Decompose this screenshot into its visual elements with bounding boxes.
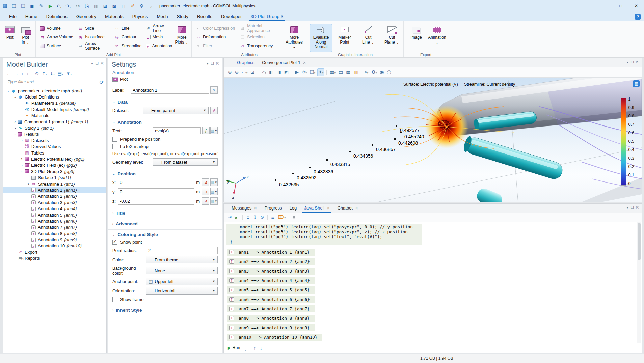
tree-item[interactable]: Reports — [3, 255, 106, 261]
customize-toolbar[interactable]: ⌄ — [146, 2, 155, 10]
panel-menu-icon[interactable]: ▾ — [91, 62, 93, 65]
z-input[interactable] — [118, 198, 194, 205]
move-up[interactable]: ↑ — [21, 71, 24, 77]
tree-item[interactable]: Annotation 2 {ann2} — [3, 193, 106, 199]
view-yz-icon[interactable]: ◨ — [276, 69, 281, 75]
transparency-icon[interactable]: ✦▾ — [318, 69, 323, 75]
section-inherit-style[interactable]: ›Inherit Style — [108, 308, 222, 313]
section-data[interactable]: ⌄Data — [108, 100, 222, 105]
tree-item[interactable]: 3D Plot Group 3 {pg3} — [3, 168, 106, 174]
play-animation-icon[interactable]: ▶ — [295, 69, 299, 75]
graphics-canvas[interactable]: Surface: Electric potential (V)Streamlin… — [224, 78, 642, 202]
parameter-button[interactable]: ▥▼ — [210, 178, 218, 186]
insert-expression-button[interactable]: ƒ — [202, 127, 210, 134]
more-attributes-button[interactable]: MoreAttributes ⌄ — [284, 24, 304, 52]
parameter-button[interactable]: ▥▼ — [210, 188, 218, 195]
latex-markup-checkbox-row[interactable]: LaTeX markup — [112, 144, 218, 149]
shell-output-entry[interactable]: ann9 ==> Annotation 9 {ann9} — [227, 324, 315, 331]
separator[interactable] — [289, 215, 289, 220]
close-tab-icon[interactable]: ✕ — [254, 206, 257, 210]
expander-icon[interactable] — [12, 119, 18, 124]
separator[interactable] — [326, 70, 327, 75]
duplicate[interactable]: ⊞ — [101, 2, 109, 10]
stop-icon[interactable]: ■ — [293, 215, 295, 220]
ribbon-tab[interactable]: Developer — [217, 12, 246, 21]
close-tab-icon[interactable]: ✕ — [303, 61, 306, 65]
ribbon-tab[interactable]: Study — [172, 12, 193, 21]
shell-output-entry[interactable]: ann5 ==> Annotation 5 {ann5} — [227, 286, 315, 294]
tree-item[interactable]: Global Definitions — [3, 94, 106, 100]
tree-item[interactable]: Annotation 9 {ann9} — [3, 236, 106, 243]
add-plot-item[interactable]: Volume — [38, 24, 75, 33]
ribbon-tab[interactable]: Physics — [128, 12, 153, 21]
expander-icon[interactable] — [26, 182, 31, 186]
add-plot-item[interactable]: Line — [113, 24, 143, 33]
y-input[interactable] — [118, 188, 194, 195]
go-to-dataset-button[interactable]: ⇗ — [210, 107, 218, 114]
separator[interactable] — [242, 215, 243, 220]
ribbon-tab[interactable]: Mesh — [152, 12, 172, 21]
shell-tab[interactable]: Progress✕ — [261, 204, 286, 213]
expander-icon[interactable] — [19, 157, 25, 161]
tree-item[interactable]: Annotation 6 {ann6} — [3, 218, 106, 224]
tree-item[interactable]: Tables — [3, 150, 106, 156]
checkbox[interactable] — [112, 137, 117, 142]
show-frame-checkbox-row[interactable]: Show frame — [112, 297, 218, 302]
run-button[interactable]: ▶ Run — [228, 345, 240, 350]
tree-item[interactable]: Annotation 5 {ann5} — [3, 212, 106, 218]
move-down[interactable]: ↓ — [27, 71, 29, 77]
new-file[interactable]: ❏ — [9, 2, 18, 10]
ribbon-tab[interactable]: Home — [21, 12, 42, 21]
panel-menu-icon[interactable]: ▾ — [627, 60, 628, 64]
pin-panel-icon[interactable]: ⇱ — [636, 60, 639, 64]
zoom-out-icon[interactable]: ⊖ — [235, 69, 239, 75]
search[interactable]: ⚲ — [137, 2, 145, 10]
float-panel-icon[interactable]: ❐ — [631, 206, 634, 210]
ribbon-tab[interactable]: Results — [193, 12, 217, 21]
float-panel-icon[interactable]: ❐ — [96, 62, 99, 65]
close-button[interactable]: ✕ — [628, 0, 644, 12]
checkbox[interactable] — [112, 297, 117, 302]
section-annotation[interactable]: ⌄Annotation — [108, 120, 222, 125]
attribute-item[interactable]: Selection — [239, 33, 283, 41]
tree-item[interactable]: Surface 1 {surf1} — [3, 174, 106, 180]
add-plot-item[interactable]: Arrow Volume — [38, 33, 75, 41]
collapse-icon[interactable]: ↥ — [246, 215, 250, 220]
pin-panel-icon[interactable]: ⇱ — [216, 62, 219, 65]
attribute-item[interactable]: Deformation — [194, 33, 237, 41]
tree-item[interactable]: Annotation 1 {ann1} — [3, 187, 106, 193]
tree-item[interactable]: Annotation 4 {ann4} — [3, 205, 106, 212]
plot-properties-button[interactable]: ▦ — [633, 80, 640, 87]
graphics-interaction-button[interactable]: EvaluateAlong Normal — [310, 24, 332, 52]
panel-menu-icon[interactable]: ▾ — [207, 62, 209, 65]
checkbox[interactable] — [112, 240, 117, 245]
add-plot-item[interactable]: Isosurface — [77, 33, 112, 41]
range-button[interactable]: ⊿ — [202, 197, 209, 205]
add-plot-item[interactable]: Annotation — [144, 41, 174, 50]
add-plot-item[interactable]: Slice — [77, 24, 112, 33]
dataset-select[interactable]: From parent▼ — [143, 107, 209, 114]
shell-output-entry[interactable]: ann8 ==> Annotation 8 {ann8} — [227, 315, 315, 322]
paste[interactable]: ▥ — [91, 2, 100, 10]
geometry-level-select[interactable]: From dataset▼ — [153, 158, 218, 166]
tree-item[interactable]: Export — [3, 249, 106, 255]
pin-panel-icon[interactable]: ⇱ — [636, 206, 639, 210]
shell-tab[interactable]: Java Shell✕ — [300, 204, 333, 213]
comsol-logo[interactable] — [2, 2, 9, 10]
annotation-text-input[interactable] — [153, 127, 201, 134]
scene-settings-icon[interactable]: ⚙▾ — [371, 69, 377, 75]
shell-tab[interactable]: Chatbot✕ — [333, 204, 362, 213]
run[interactable]: ▶ — [46, 2, 54, 10]
show-grid-icon[interactable]: ▦ — [346, 69, 350, 75]
format-code-icon[interactable]: ⇥ — [228, 215, 232, 220]
label-input[interactable] — [131, 87, 209, 94]
maximize-button[interactable]: □ — [613, 0, 628, 12]
node-display[interactable]: ▤▾ — [58, 71, 63, 77]
view-zx-icon[interactable]: ◩ — [284, 69, 289, 75]
shell-output-entry[interactable]: ann7 ==> Annotation 7 {ann7} — [227, 305, 315, 312]
show-hidden-icon[interactable]: ⊙ — [260, 215, 264, 220]
attribute-item[interactable]: Transparency — [239, 41, 283, 50]
tree-item[interactable]: Derived Values — [3, 144, 106, 150]
zoom-in-icon[interactable]: ⊕ — [228, 69, 232, 75]
undo[interactable]: ↶⌄ — [55, 2, 63, 10]
